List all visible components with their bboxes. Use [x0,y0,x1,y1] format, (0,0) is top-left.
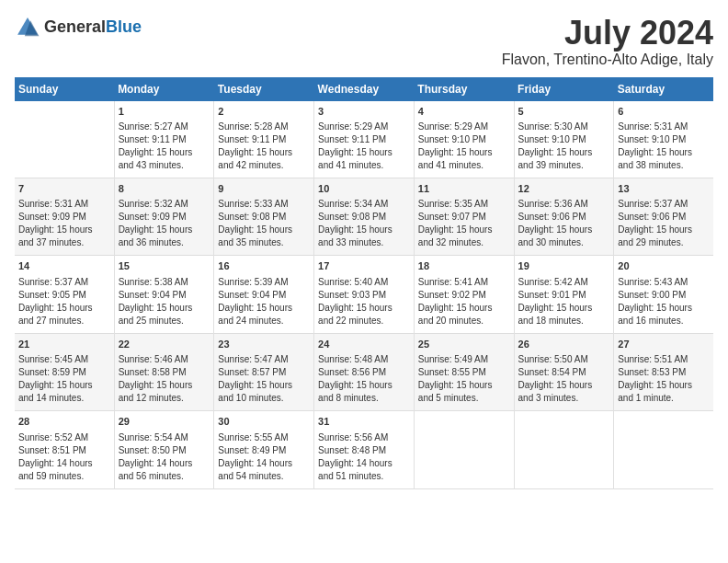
header-row: SundayMondayTuesdayWednesdayThursdayFrid… [15,77,713,101]
day-info: Sunrise: 5:40 AM Sunset: 9:03 PM Dayligh… [318,276,410,327]
day-info: Sunrise: 5:50 AM Sunset: 8:54 PM Dayligh… [518,353,610,405]
day-info: Sunrise: 5:46 AM Sunset: 8:58 PM Dayligh… [119,353,210,405]
week-row-1: 1Sunrise: 5:27 AM Sunset: 9:11 PM Daylig… [15,101,713,178]
day-cell: 18Sunrise: 5:41 AM Sunset: 9:02 PM Dayli… [414,256,514,333]
calendar-body: 1Sunrise: 5:27 AM Sunset: 9:11 PM Daylig… [15,101,713,488]
day-number: 2 [218,105,310,119]
day-number: 23 [218,338,310,351]
day-cell: 7Sunrise: 5:31 AM Sunset: 9:09 PM Daylig… [15,178,114,255]
day-number: 14 [18,259,110,273]
day-number: 13 [618,182,710,196]
header-cell-tuesday: Tuesday [214,77,314,101]
day-number: 24 [318,338,410,351]
day-cell: 14Sunrise: 5:37 AM Sunset: 9:05 PM Dayli… [15,256,114,333]
day-cell: 1Sunrise: 5:27 AM Sunset: 9:11 PM Daylig… [114,101,214,178]
day-cell: 17Sunrise: 5:40 AM Sunset: 9:03 PM Dayli… [314,256,415,333]
week-row-3: 14Sunrise: 5:37 AM Sunset: 9:05 PM Dayli… [15,256,713,333]
day-info: Sunrise: 5:48 AM Sunset: 8:56 PM Dayligh… [318,353,410,405]
day-info: Sunrise: 5:42 AM Sunset: 9:01 PM Dayligh… [518,276,610,327]
day-number: 10 [318,182,410,196]
day-number: 15 [119,259,210,273]
day-cell: 24Sunrise: 5:48 AM Sunset: 8:56 PM Dayli… [314,333,415,410]
day-cell: 19Sunrise: 5:42 AM Sunset: 9:01 PM Dayli… [514,256,614,333]
day-cell: 3Sunrise: 5:29 AM Sunset: 9:11 PM Daylig… [314,101,415,178]
day-info: Sunrise: 5:55 AM Sunset: 8:49 PM Dayligh… [218,431,310,483]
day-info: Sunrise: 5:29 AM Sunset: 9:10 PM Dayligh… [418,121,510,172]
day-info: Sunrise: 5:32 AM Sunset: 9:09 PM Dayligh… [119,198,210,249]
day-cell: 23Sunrise: 5:47 AM Sunset: 8:57 PM Dayli… [214,333,314,410]
header-cell-wednesday: Wednesday [314,77,415,101]
day-number: 7 [18,182,110,196]
day-cell: 16Sunrise: 5:39 AM Sunset: 9:04 PM Dayli… [214,256,314,333]
day-cell: 8Sunrise: 5:32 AM Sunset: 9:09 PM Daylig… [114,178,214,255]
day-cell: 25Sunrise: 5:49 AM Sunset: 8:55 PM Dayli… [414,333,514,410]
day-info: Sunrise: 5:45 AM Sunset: 8:59 PM Dayligh… [18,353,110,405]
day-info: Sunrise: 5:37 AM Sunset: 9:06 PM Dayligh… [618,198,710,249]
day-cell: 26Sunrise: 5:50 AM Sunset: 8:54 PM Dayli… [514,333,614,410]
day-number: 3 [318,105,410,119]
day-number: 20 [618,259,710,273]
day-cell: 10Sunrise: 5:34 AM Sunset: 9:08 PM Dayli… [314,178,415,255]
day-cell [414,411,514,488]
day-number: 29 [119,415,210,429]
day-cell: 27Sunrise: 5:51 AM Sunset: 8:53 PM Dayli… [614,333,713,410]
day-number: 22 [119,338,210,351]
day-info: Sunrise: 5:31 AM Sunset: 9:09 PM Dayligh… [18,198,110,249]
day-number: 12 [518,182,610,196]
day-number: 27 [618,338,710,351]
day-info: Sunrise: 5:39 AM Sunset: 9:04 PM Dayligh… [218,276,310,327]
day-info: Sunrise: 5:34 AM Sunset: 9:08 PM Dayligh… [318,198,410,249]
day-info: Sunrise: 5:30 AM Sunset: 9:10 PM Dayligh… [518,121,610,172]
day-cell: 15Sunrise: 5:38 AM Sunset: 9:04 PM Dayli… [114,256,214,333]
day-cell: 31Sunrise: 5:56 AM Sunset: 8:48 PM Dayli… [314,411,415,488]
day-info: Sunrise: 5:43 AM Sunset: 9:00 PM Dayligh… [618,276,710,327]
day-cell [614,411,713,488]
day-cell: 2Sunrise: 5:28 AM Sunset: 9:11 PM Daylig… [214,101,314,178]
day-info: Sunrise: 5:51 AM Sunset: 8:53 PM Dayligh… [618,353,710,405]
day-info: Sunrise: 5:49 AM Sunset: 8:55 PM Dayligh… [418,353,510,405]
month-year-title: July 2024 [502,15,713,52]
header-cell-saturday: Saturday [614,77,713,101]
day-number: 18 [418,259,510,273]
day-cell: 20Sunrise: 5:43 AM Sunset: 9:00 PM Dayli… [614,256,713,333]
day-number: 26 [518,338,610,351]
day-info: Sunrise: 5:27 AM Sunset: 9:11 PM Dayligh… [119,121,210,172]
day-cell: 30Sunrise: 5:55 AM Sunset: 8:49 PM Dayli… [214,411,314,488]
day-number: 30 [218,415,310,429]
header-cell-monday: Monday [114,77,214,101]
title-area: July 2024 Flavon, Trentino-Alto Adige, I… [502,15,713,68]
day-number: 21 [18,338,110,351]
location-subtitle: Flavon, Trentino-Alto Adige, Italy [502,52,713,68]
day-cell: 22Sunrise: 5:46 AM Sunset: 8:58 PM Dayli… [114,333,214,410]
day-cell: 11Sunrise: 5:35 AM Sunset: 9:07 PM Dayli… [414,178,514,255]
day-cell [514,411,614,488]
logo-general: GeneralBlue [44,18,142,37]
day-cell: 13Sunrise: 5:37 AM Sunset: 9:06 PM Dayli… [614,178,713,255]
day-info: Sunrise: 5:36 AM Sunset: 9:06 PM Dayligh… [518,198,610,249]
day-cell: 4Sunrise: 5:29 AM Sunset: 9:10 PM Daylig… [414,101,514,178]
day-number: 8 [119,182,210,196]
page-header: GeneralBlue July 2024 Flavon, Trentino-A… [15,15,713,68]
day-number: 16 [218,259,310,273]
day-info: Sunrise: 5:29 AM Sunset: 9:11 PM Dayligh… [318,121,410,172]
day-number: 31 [318,415,410,429]
calendar-header: SundayMondayTuesdayWednesdayThursdayFrid… [15,77,713,101]
day-number: 28 [18,415,110,429]
header-cell-friday: Friday [514,77,614,101]
day-number: 19 [518,259,610,273]
day-number: 5 [518,105,610,119]
day-number: 9 [218,182,310,196]
day-info: Sunrise: 5:54 AM Sunset: 8:50 PM Dayligh… [119,431,210,483]
day-number: 11 [418,182,510,196]
week-row-2: 7Sunrise: 5:31 AM Sunset: 9:09 PM Daylig… [15,178,713,255]
day-number: 1 [119,105,210,119]
day-cell: 6Sunrise: 5:31 AM Sunset: 9:10 PM Daylig… [614,101,713,178]
day-number: 4 [418,105,510,119]
week-row-4: 21Sunrise: 5:45 AM Sunset: 8:59 PM Dayli… [15,333,713,410]
header-cell-sunday: Sunday [15,77,114,101]
day-info: Sunrise: 5:37 AM Sunset: 9:05 PM Dayligh… [18,276,110,327]
day-cell [15,101,114,178]
day-info: Sunrise: 5:52 AM Sunset: 8:51 PM Dayligh… [18,431,110,483]
day-cell: 12Sunrise: 5:36 AM Sunset: 9:06 PM Dayli… [514,178,614,255]
day-info: Sunrise: 5:56 AM Sunset: 8:48 PM Dayligh… [318,431,410,483]
